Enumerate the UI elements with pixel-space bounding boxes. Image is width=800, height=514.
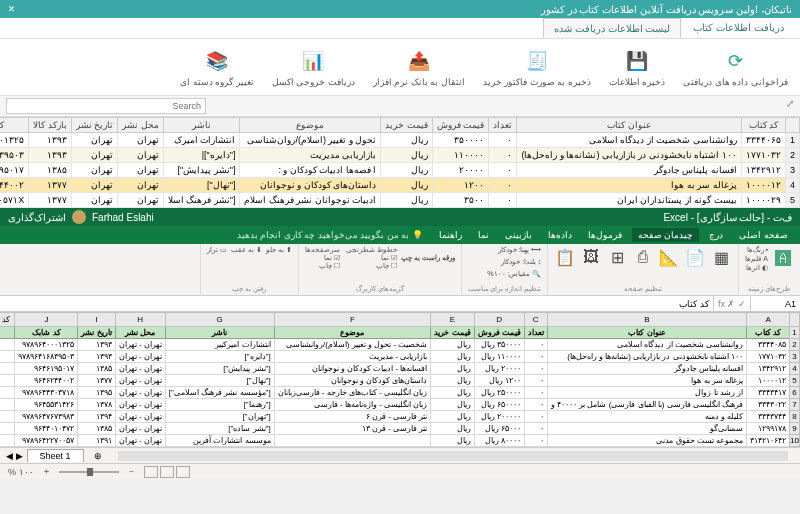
menu-view[interactable]: نما bbox=[472, 228, 495, 242]
menu-formulas[interactable]: فرمول‌ها bbox=[582, 228, 628, 242]
menu-data[interactable]: داده‌ها bbox=[542, 228, 578, 242]
table-row[interactable]: 5۱۰۰۰۰۲۹بیست گونه از پستانداران ایران۰۳۵… bbox=[0, 193, 800, 208]
menu-help[interactable]: راهنما bbox=[433, 228, 468, 242]
excel-menu-bar: صفحه اصلی درج چیدمان صفحه فرمول‌ها داده‌… bbox=[0, 226, 800, 244]
share-button[interactable]: اشتراک‌گذاری bbox=[8, 212, 66, 223]
background-icon[interactable]: 🖼 bbox=[580, 246, 602, 268]
col-header[interactable]: محل نشر bbox=[118, 118, 164, 133]
select-all-corner[interactable] bbox=[790, 313, 800, 327]
ribbon-refresh[interactable]: ⟳ فراخوانی داده های دریافتی bbox=[683, 47, 788, 87]
sheet-header[interactable]: موضوع bbox=[274, 327, 431, 339]
col-letter[interactable]: F bbox=[274, 313, 431, 327]
close-icon[interactable]: × bbox=[8, 2, 15, 16]
expand-icon[interactable]: ⤢ bbox=[786, 98, 794, 114]
col-header[interactable]: موضوع bbox=[240, 118, 381, 133]
table-row[interactable]: 1۳۳۴۴۰۶۵روانشناسی شخصیت از دیدگاه اسلامی… bbox=[0, 133, 800, 148]
sheet-row[interactable]: 4۱۳۴۲۹۱۲افسانه پلیناس جادوگر۰۲۰۰۰۰ ریالر… bbox=[0, 363, 800, 375]
col-letter[interactable]: I bbox=[78, 313, 115, 327]
menu-insert[interactable]: درج bbox=[703, 228, 729, 242]
add-sheet-icon[interactable]: ⊕ bbox=[88, 451, 108, 461]
ribbon-group-sheetoptions: ورقه راست به چپ خطوط شطرنجی☑ نما☐ چاپ سر… bbox=[298, 244, 461, 295]
col-header[interactable]: قیمت خرید bbox=[381, 118, 433, 133]
printtitles-icon[interactable]: 📋 bbox=[554, 246, 576, 268]
ribbon-transfer[interactable]: 📤 انتقال به بانک نرم افزار bbox=[373, 47, 465, 87]
col-letter[interactable]: B bbox=[547, 313, 746, 327]
sheet-row[interactable]: 6۳۳۴۳۴۱۷از رشد تا زوال۰۲۵۰۰۰۰ ریالریالزب… bbox=[0, 387, 800, 399]
sheet-tabs: ◀ ▶ Sheet 1 ⊕ bbox=[0, 447, 800, 463]
status-bar: % ۱۰۰ ＋ － bbox=[0, 463, 800, 479]
sheet-header[interactable]: کد کتاب bbox=[747, 327, 790, 339]
tab-receive-info[interactable]: دریافت اطلاعات کتاب bbox=[683, 18, 794, 38]
menu-home[interactable]: صفحه اصلی bbox=[733, 228, 794, 242]
sheet-row[interactable]: 2۳۳۴۴۰۸۵روانشناسی شخصیت از دیدگاه اسلامی… bbox=[0, 339, 800, 351]
ribbon-save[interactable]: 💾 ذخیره اطلاعات bbox=[609, 47, 666, 87]
col-letter[interactable]: C bbox=[524, 313, 547, 327]
sheet-header[interactable]: کد شابک bbox=[15, 327, 78, 339]
col-header[interactable]: کد کتاب bbox=[741, 118, 785, 133]
effects-btn[interactable]: ◐ اثرها bbox=[745, 264, 768, 272]
col-header[interactable]: بارکد کالا bbox=[29, 118, 72, 133]
themes-icon[interactable]: 🅰 bbox=[772, 248, 794, 270]
excel-icon: 📊 bbox=[299, 47, 327, 75]
sheet-header[interactable]: محل نشر bbox=[115, 327, 165, 339]
col-letter[interactable]: H bbox=[115, 313, 165, 327]
sheet-header[interactable]: ناشر bbox=[165, 327, 274, 339]
col-header[interactable]: ناشر bbox=[163, 118, 240, 133]
ribbon-group-pagesetup: ▦ 📄 📐 ⎙ ⊞ 🖼 📋 تنظیم صفحه bbox=[547, 244, 738, 295]
sheet-row[interactable]: 9۱۲۹۹۱۷۸سمنانی‌گو۰۶۵۰۰۰ ریالریالنثر فارس… bbox=[0, 423, 800, 435]
col-header[interactable]: تعداد bbox=[489, 118, 517, 133]
margins-icon[interactable]: ▦ bbox=[710, 246, 732, 268]
ribbon-excel[interactable]: 📊 دریافت خروجی اکسل bbox=[272, 47, 355, 87]
menu-layout[interactable]: چیدمان صفحه bbox=[632, 228, 700, 242]
view-normal-icon[interactable] bbox=[144, 466, 158, 478]
sheet-row[interactable]: 3۱۷۷۱۰۳۲۱۰۰ اشتباه نابخشودنی در بازاریاب… bbox=[0, 351, 800, 363]
col-header[interactable]: تاریخ نشر bbox=[71, 118, 118, 133]
sheet-header[interactable]: قیمت فروش bbox=[474, 327, 524, 339]
table-row[interactable]: 2۱۷۷۱۰۳۲۱۰۰ اشتباه نابخشودنی در بازاریاب… bbox=[0, 148, 800, 163]
sheet-header[interactable]: تعداد bbox=[524, 327, 547, 339]
transfer-icon: 📤 bbox=[405, 47, 433, 75]
sheet-header[interactable]: عنوان کتاب bbox=[547, 327, 746, 339]
tab-received-list[interactable]: لیست اطلاعات دریافت شده bbox=[543, 18, 681, 38]
view-layout-icon[interactable] bbox=[160, 466, 174, 478]
col-header[interactable]: عنوان کتاب bbox=[517, 118, 742, 133]
size-icon[interactable]: 📐 bbox=[658, 246, 680, 268]
col-letter[interactable]: A bbox=[747, 313, 790, 327]
excel-grid[interactable]: ABCDEFGHIJکد 1کد کتابعنوان کتابتعدادقیمت… bbox=[0, 312, 800, 447]
group-icon: 📚 bbox=[203, 47, 231, 75]
search-input[interactable] bbox=[6, 98, 206, 114]
col-letter[interactable]: G bbox=[165, 313, 274, 327]
fx-icon[interactable]: ✓ ✗ fx bbox=[713, 296, 750, 311]
table-row[interactable]: 3۱۳۴۲۹۱۲افسانه پلیناس جادوگر۰۲۰۰۰۰ریالا … bbox=[0, 163, 800, 178]
col-header[interactable]: قیمت فروش bbox=[432, 118, 489, 133]
fonts-btn[interactable]: A قلم‌ها bbox=[745, 255, 768, 263]
ribbon-group[interactable]: 📚 تغییر گروه دسته ای bbox=[180, 47, 254, 87]
table-row[interactable]: 4۱۰۰۰۰۱۲پزغاله سر به هوا۰۱۲۰۰ریالداستان‌… bbox=[0, 178, 800, 193]
excel-titlebar: ف‌ت - [حالت سازگاری] - Excel Farhad Esla… bbox=[0, 208, 800, 226]
tell-me[interactable]: 💡 به من بگویید می‌خواهید چه کاری انجام ب… bbox=[231, 228, 429, 242]
sheet-header[interactable]: تاریخ نشر bbox=[78, 327, 115, 339]
printarea-icon[interactable]: ⎙ bbox=[632, 246, 654, 268]
col-header[interactable]: کد یویی bbox=[0, 118, 29, 133]
sheet-row[interactable]: 8۳۳۴۳۷۴۴کلیله و دمنه۰۲۰۰۰۰۰ ریالریالنثر … bbox=[0, 411, 800, 423]
sheet-tab-1[interactable]: Sheet 1 bbox=[27, 449, 84, 462]
ribbon-invoice[interactable]: 🧾 ذخیره به صورت فاکتور خرید bbox=[483, 47, 591, 87]
sheet-row[interactable]: 7۳۳۴۳۰۲۲فرهنگ انگلیسی فارسی (با الفبای ف… bbox=[0, 399, 800, 411]
name-box[interactable]: A1 bbox=[750, 296, 800, 311]
sheet-header[interactable]: قیمت خرید bbox=[431, 327, 474, 339]
sheet-nav[interactable]: ◀ ▶ bbox=[6, 451, 23, 461]
excel-title-text: ف‌ت - [حالت سازگاری] - Excel bbox=[663, 212, 792, 223]
sheet-row[interactable]: 5۱۰۰۰۰۱۲پزغاله سر به هوا۰۱۲۰۰ ریالریالدا… bbox=[0, 375, 800, 387]
colors-btn[interactable]: ▪ رنگ‌ها bbox=[745, 246, 768, 254]
col-letter[interactable]: J bbox=[15, 313, 78, 327]
col-letter[interactable]: E bbox=[431, 313, 474, 327]
orientation-icon[interactable]: 📄 bbox=[684, 246, 706, 268]
sheet-row[interactable]: 10۳۱۴۲۱۰۶۴۲مجموعه تست حقوق مدنی۰۸۰۰۰۰ ری… bbox=[0, 435, 800, 447]
breaks-icon[interactable]: ⊞ bbox=[606, 246, 628, 268]
hscroll[interactable] bbox=[118, 451, 788, 461]
zoom-slider[interactable] bbox=[59, 471, 119, 473]
col-letter[interactable]: D bbox=[474, 313, 524, 327]
view-break-icon[interactable] bbox=[176, 466, 190, 478]
menu-review[interactable]: بازبینی bbox=[499, 228, 538, 242]
formula-input[interactable]: کد کتاب bbox=[0, 296, 713, 311]
